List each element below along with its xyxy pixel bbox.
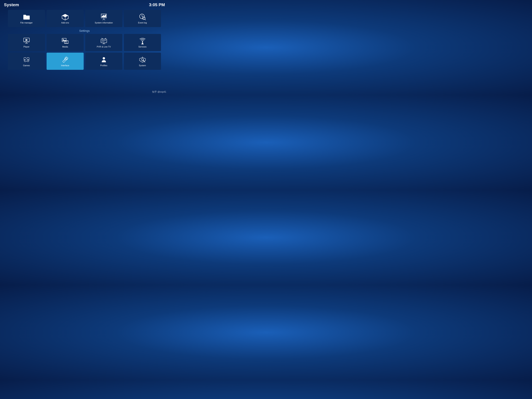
svg-point-52	[27, 60, 27, 60]
settings-label: Settings	[8, 29, 161, 33]
page-title: System	[4, 2, 19, 7]
svg-line-16	[145, 19, 146, 20]
svg-point-59	[141, 59, 144, 61]
media-icon: ♪	[62, 38, 69, 44]
svg-line-10	[104, 19, 105, 20]
menu-item-interface[interactable]: Interface	[47, 53, 84, 70]
menu-label-player: Player	[24, 46, 29, 48]
menu-item-system-information[interactable]: System information	[85, 10, 122, 27]
svg-point-46	[142, 42, 143, 43]
svg-line-14	[142, 16, 143, 17]
clock: 3:05 PM	[149, 2, 165, 7]
services-icon	[139, 38, 146, 44]
svg-text:♪: ♪	[66, 41, 67, 43]
menu-label-file-manager: File manager	[20, 22, 33, 24]
svg-marker-1	[62, 14, 68, 17]
system-icon	[139, 56, 146, 63]
header: System 3:05 PM	[0, 0, 169, 9]
svg-point-45	[142, 41, 143, 42]
svg-line-9	[102, 19, 104, 20]
menu-label-games: Games	[23, 64, 30, 67]
box-icon	[62, 13, 69, 20]
menu-label-event-log: Event log	[138, 22, 147, 24]
svg-line-54	[63, 60, 64, 61]
clock-search-icon	[139, 13, 146, 20]
menu-item-games[interactable]: Games	[8, 53, 45, 70]
menu-label-profiles: Profiles	[100, 64, 107, 67]
menu-label-services: Services	[138, 46, 146, 48]
menu-item-add-ons[interactable]: Add-ons	[47, 10, 84, 27]
tv-icon	[100, 38, 107, 44]
svg-point-23	[63, 39, 63, 40]
settings-row-1: Player ♪	[8, 34, 161, 51]
gamepad-icon	[23, 56, 30, 63]
svg-point-50	[28, 60, 29, 60]
interface-icon	[62, 56, 69, 63]
menu-item-media[interactable]: ♪ Media	[47, 34, 84, 51]
main-content: File manager Add-ons	[0, 9, 169, 73]
menu-item-profiles[interactable]: Profiles	[85, 53, 122, 70]
svg-point-49	[27, 59, 28, 60]
menu-item-file-manager[interactable]: File manager	[8, 10, 45, 27]
player-icon	[23, 38, 30, 44]
menu-label-interface: Interface	[61, 64, 69, 67]
svg-rect-4	[102, 16, 103, 17]
menu-label-pvr-live-tv: PVR & Live TV	[97, 46, 111, 48]
menu-item-system[interactable]: System	[124, 53, 161, 70]
menu-item-event-log[interactable]: Event log	[124, 10, 161, 27]
menu-item-player[interactable]: Player	[8, 34, 45, 51]
svg-rect-6	[104, 16, 105, 17]
svg-rect-7	[105, 15, 106, 17]
svg-marker-18	[25, 39, 28, 41]
menu-label-media: Media	[62, 46, 68, 48]
menu-label-system: System	[139, 64, 146, 67]
menu-label-add-ons: Add-ons	[61, 22, 69, 24]
folder-icon	[23, 13, 30, 20]
profiles-icon	[100, 56, 107, 63]
watermark: 知乎 @xxp41	[152, 90, 166, 93]
menu-item-pvr-live-tv[interactable]: PVR & Live TV	[85, 34, 122, 51]
svg-line-57	[66, 57, 66, 57]
svg-rect-0	[23, 16, 30, 19]
top-row: File manager Add-ons	[8, 10, 161, 27]
settings-row-2: Games Interface Profi	[8, 53, 161, 70]
svg-rect-37	[101, 39, 107, 43]
chart-icon	[100, 13, 107, 20]
svg-rect-5	[103, 15, 104, 17]
svg-line-56	[65, 59, 65, 60]
menu-label-system-information: System information	[95, 22, 113, 24]
svg-point-58	[103, 57, 105, 59]
menu-item-services[interactable]: Services	[124, 34, 161, 51]
svg-point-51	[27, 60, 28, 61]
